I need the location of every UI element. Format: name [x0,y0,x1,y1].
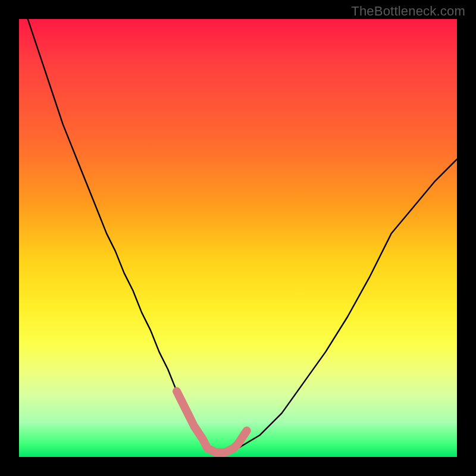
curve-layer [19,19,457,457]
bottleneck-curve-path [28,19,457,453]
chart-frame: TheBottleneck.com [0,0,476,476]
plot-area [19,19,457,457]
highlight-segment-path [177,392,247,453]
watermark-text: TheBottleneck.com [351,4,465,19]
